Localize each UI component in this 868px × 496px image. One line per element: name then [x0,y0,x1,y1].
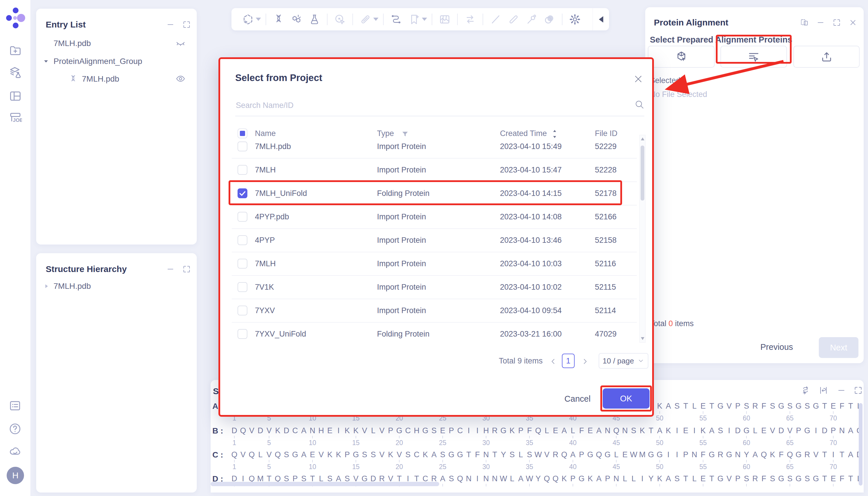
residue[interactable]: S [629,426,638,435]
residue[interactable]: D [230,426,239,435]
residue[interactable]: P [829,426,838,435]
pencil-tool-icon[interactable] [508,14,519,25]
residue[interactable]: S [404,450,412,459]
residue[interactable]: K [638,426,647,435]
residue[interactable]: E [438,426,447,435]
select-structure-button[interactable] [648,46,715,68]
page-size-select[interactable]: 10 / page [599,353,648,369]
table-row[interactable]: 4PYPImport Protein2023-04-10 13:4652158 [220,229,644,252]
residue[interactable]: K [343,426,351,435]
residue[interactable]: Q [612,426,621,435]
residue[interactable]: H [412,426,421,435]
bookmark-add-icon[interactable] [408,14,420,25]
residue[interactable]: L [256,450,265,459]
job-icon[interactable]: JOB [9,111,22,124]
residue[interactable]: T [681,474,690,483]
molecule-icon[interactable] [291,14,302,25]
residue[interactable]: N [603,426,612,435]
maximize-icon[interactable] [182,20,191,29]
residue[interactable]: N [490,474,499,483]
residue[interactable]: W [534,450,542,459]
maximize-icon[interactable] [832,18,841,27]
entry-item[interactable]: 7MLH.pdb [68,74,119,83]
residue[interactable]: Q [534,426,542,435]
residue[interactable]: Q [247,450,256,459]
residue[interactable]: A [595,474,603,483]
residue[interactable]: K [326,450,334,459]
row-checkbox[interactable] [238,141,247,151]
residue[interactable]: P [343,450,351,459]
maximize-icon[interactable] [182,265,191,274]
residue[interactable]: R [751,474,759,483]
residue[interactable]: I [673,426,681,435]
venn-circles-icon[interactable] [544,14,555,25]
residue[interactable]: K [560,474,569,483]
residue[interactable]: V [247,426,256,435]
cell-name[interactable]: 4PYP [255,229,275,252]
residue[interactable]: L [508,474,517,483]
residue[interactable]: E [699,474,707,483]
residue[interactable]: L [369,426,378,435]
residue[interactable]: A [438,474,447,483]
exchange-arrows-icon[interactable] [464,14,476,25]
residue[interactable]: V [378,450,386,459]
residue[interactable]: K [334,450,343,459]
residue[interactable]: I [464,426,473,435]
tree-item-label[interactable]: 7MLH.pdb [53,282,91,291]
residue[interactable]: S [438,450,447,459]
table-row[interactable]: 7YXV_UniFoldFolding Protein2023-03-21 16… [220,322,644,346]
residue[interactable]: W [525,474,534,483]
residue[interactable]: F [838,402,846,410]
residue[interactable]: K [768,450,777,459]
residue[interactable]: K [386,450,395,459]
residue[interactable]: E [699,402,707,410]
residue[interactable]: E [829,402,838,410]
close-icon[interactable] [633,74,643,84]
residue[interactable]: Q [786,450,794,459]
residue[interactable]: G [421,426,430,435]
cancel-button[interactable]: Cancel [562,389,594,408]
residue[interactable]: T [838,450,846,459]
residue[interactable]: H [482,426,490,435]
residue[interactable]: A [299,450,308,459]
row-checkbox[interactable] [238,282,247,292]
residue[interactable]: T [820,402,829,410]
residue[interactable]: D [282,426,291,435]
residue[interactable]: S [447,474,456,483]
residue[interactable]: Y [499,450,508,459]
residue[interactable]: Q [759,450,768,459]
eye-off-icon[interactable] [176,38,186,48]
residue[interactable]: A [430,450,438,459]
residue[interactable]: G [447,450,456,459]
residue[interactable]: K [699,426,707,435]
residue[interactable]: I [725,426,733,435]
residue[interactable]: K [586,474,595,483]
residue[interactable]: N [733,450,742,459]
residue[interactable]: R [551,450,560,459]
residue[interactable]: T [681,402,690,410]
cell-name[interactable]: 4PYP.pdb [255,205,289,229]
residue[interactable]: Q [560,450,569,459]
minimize-icon[interactable] [166,20,175,29]
residue[interactable]: R [716,450,725,459]
residue[interactable]: N [464,474,473,483]
row-checkbox[interactable] [238,329,247,339]
residue[interactable]: A [569,450,577,459]
residue[interactable]: A [595,426,603,435]
scrollbar-thumb[interactable] [641,145,644,201]
entry-item-label[interactable]: ProteinAlignment_Group [53,57,142,66]
residue[interactable]: G [811,474,820,483]
residue[interactable]: G [716,402,725,410]
residue[interactable]: G [725,450,733,459]
entry-item[interactable]: ProteinAlignment_Group [43,57,142,66]
residue[interactable]: T [846,402,855,410]
residue[interactable]: L [569,426,577,435]
residue[interactable]: S [768,474,777,483]
search-icon[interactable] [634,99,644,109]
residue[interactable]: V [360,426,369,435]
dropdown-caret-icon[interactable] [256,18,261,21]
residue[interactable]: V [265,426,273,435]
residue[interactable]: T [464,450,473,459]
minimize-icon[interactable] [816,18,825,27]
residue[interactable]: E [586,426,595,435]
